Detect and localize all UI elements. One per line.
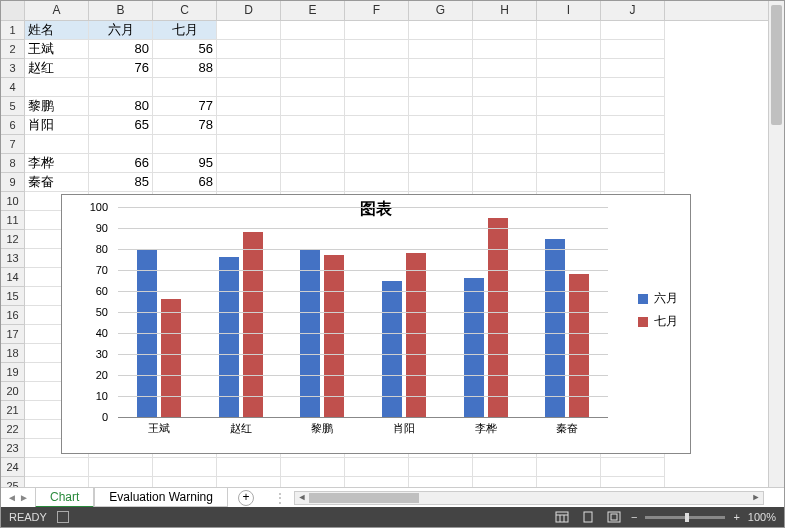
cell[interactable] [537, 477, 601, 487]
col-header-G[interactable]: G [409, 1, 473, 20]
col-header-C[interactable]: C [153, 1, 217, 20]
row-header[interactable]: 12 [1, 230, 25, 249]
tab-split-handle[interactable]: ⋮ [274, 491, 286, 505]
cell[interactable] [473, 458, 537, 477]
col-header-F[interactable]: F [345, 1, 409, 20]
bar[interactable] [243, 232, 263, 417]
cell[interactable] [601, 59, 665, 78]
hscroll-left-icon[interactable]: ◄ [295, 492, 309, 502]
vertical-scrollbar[interactable] [768, 1, 784, 487]
cell[interactable] [473, 97, 537, 116]
cell[interactable] [537, 97, 601, 116]
cell[interactable] [473, 21, 537, 40]
row-header[interactable]: 5 [1, 97, 25, 116]
bar[interactable] [219, 257, 239, 417]
cell[interactable] [217, 135, 281, 154]
cell[interactable]: 78 [153, 116, 217, 135]
cell[interactable] [281, 59, 345, 78]
row-header[interactable]: 11 [1, 211, 25, 230]
cell[interactable] [601, 116, 665, 135]
cell[interactable] [345, 477, 409, 487]
cell[interactable] [601, 458, 665, 477]
cell[interactable] [345, 135, 409, 154]
row-header[interactable]: 17 [1, 325, 25, 344]
legend-item[interactable]: 六月 [638, 290, 678, 307]
row-header[interactable]: 2 [1, 40, 25, 59]
cell[interactable] [345, 97, 409, 116]
row-header[interactable]: 10 [1, 192, 25, 211]
cell[interactable] [601, 173, 665, 192]
cell[interactable]: 秦奋 [25, 173, 89, 192]
cell[interactable] [217, 173, 281, 192]
cell[interactable] [281, 97, 345, 116]
cell[interactable] [281, 21, 345, 40]
row-header[interactable]: 18 [1, 344, 25, 363]
page-layout-view-icon[interactable] [579, 510, 597, 524]
cell[interactable] [409, 154, 473, 173]
cell[interactable] [601, 78, 665, 97]
zoom-out-button[interactable]: − [631, 511, 637, 523]
bar[interactable] [545, 239, 565, 418]
col-header-J[interactable]: J [601, 1, 665, 20]
cell[interactable] [89, 78, 153, 97]
cell[interactable]: 李桦 [25, 154, 89, 173]
cell[interactable] [409, 135, 473, 154]
cell[interactable]: 66 [89, 154, 153, 173]
macro-record-icon[interactable] [57, 511, 69, 523]
bar[interactable] [324, 255, 344, 417]
sheet-tab[interactable]: Evaluation Warning [94, 488, 228, 507]
page-break-view-icon[interactable] [605, 510, 623, 524]
row-header[interactable]: 6 [1, 116, 25, 135]
cell[interactable]: 65 [89, 116, 153, 135]
cell[interactable] [473, 173, 537, 192]
row-header[interactable]: 22 [1, 420, 25, 439]
cell[interactable] [345, 458, 409, 477]
bar[interactable] [161, 299, 181, 417]
tab-nav-next-icon[interactable]: ► [19, 492, 29, 503]
cell[interactable]: 88 [153, 59, 217, 78]
cell[interactable] [409, 78, 473, 97]
cell[interactable] [537, 59, 601, 78]
cell[interactable] [281, 40, 345, 59]
cell[interactable] [281, 173, 345, 192]
cell[interactable]: 黎鹏 [25, 97, 89, 116]
cell[interactable] [537, 21, 601, 40]
row-header[interactable]: 23 [1, 439, 25, 458]
cell[interactable] [409, 97, 473, 116]
zoom-slider-thumb[interactable] [685, 513, 689, 522]
cell[interactable] [217, 59, 281, 78]
cell[interactable]: 七月 [153, 21, 217, 40]
chart[interactable]: 图表 0102030405060708090100 王斌赵红黎鹏肖阳李桦秦奋 六… [61, 194, 691, 454]
cell[interactable] [409, 116, 473, 135]
cell[interactable] [345, 21, 409, 40]
cell[interactable] [601, 21, 665, 40]
col-header-E[interactable]: E [281, 1, 345, 20]
row-header[interactable]: 3 [1, 59, 25, 78]
cell[interactable] [473, 135, 537, 154]
sheet-tab[interactable]: Chart [35, 488, 94, 508]
cell[interactable]: 56 [153, 40, 217, 59]
cell[interactable] [153, 458, 217, 477]
cell[interactable]: 王斌 [25, 40, 89, 59]
cell[interactable]: 六月 [89, 21, 153, 40]
cell[interactable] [25, 78, 89, 97]
cell[interactable] [473, 78, 537, 97]
col-header-I[interactable]: I [537, 1, 601, 20]
cell[interactable] [153, 135, 217, 154]
cell[interactable]: 姓名 [25, 21, 89, 40]
cell[interactable] [409, 59, 473, 78]
cell[interactable] [153, 78, 217, 97]
vertical-scroll-thumb[interactable] [771, 5, 782, 125]
cell[interactable] [409, 458, 473, 477]
row-header[interactable]: 16 [1, 306, 25, 325]
legend-item[interactable]: 七月 [638, 313, 678, 330]
cell[interactable] [409, 173, 473, 192]
cell[interactable] [537, 78, 601, 97]
cell[interactable] [217, 116, 281, 135]
normal-view-icon[interactable] [553, 510, 571, 524]
cell[interactable] [601, 97, 665, 116]
cell[interactable] [537, 135, 601, 154]
cell[interactable] [217, 21, 281, 40]
cell[interactable] [345, 59, 409, 78]
cell[interactable] [537, 116, 601, 135]
